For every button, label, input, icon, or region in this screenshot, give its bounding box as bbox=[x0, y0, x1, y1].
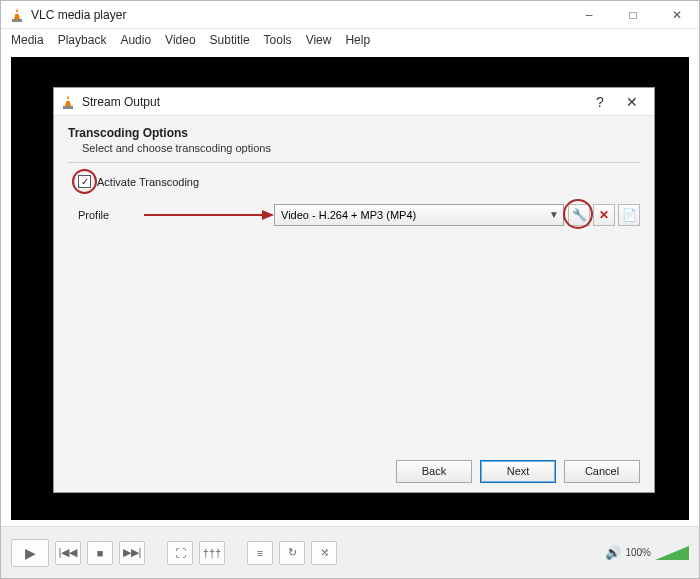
window-controls: – □ ✕ bbox=[567, 1, 699, 29]
dialog-titlebar: Stream Output ? ✕ bbox=[54, 88, 654, 116]
stop-button[interactable]: ■ bbox=[87, 541, 113, 565]
edit-profile-wrapper: 🔧 bbox=[568, 204, 590, 226]
section-subtitle: Select and choose transcoding options bbox=[82, 142, 640, 154]
divider bbox=[68, 162, 640, 163]
next-button[interactable]: ▶▶| bbox=[119, 541, 145, 565]
activate-transcoding-checkbox[interactable]: ✓ bbox=[78, 175, 91, 188]
speaker-icon[interactable]: 🔊 bbox=[605, 545, 621, 560]
menu-tools[interactable]: Tools bbox=[264, 33, 292, 47]
play-button[interactable]: ▶ bbox=[11, 539, 49, 567]
svg-rect-2 bbox=[12, 19, 22, 22]
profile-action-buttons: 🔧 ✕ 📄 bbox=[568, 204, 640, 226]
profile-row: Profile Video - H.264 + MP3 (MP4) ▼ bbox=[78, 204, 640, 226]
menu-subtitle[interactable]: Subtitle bbox=[210, 33, 250, 47]
playlist-button[interactable]: ≡ bbox=[247, 541, 273, 565]
previous-button[interactable]: |◀◀ bbox=[55, 541, 81, 565]
titlebar: VLC media player – □ ✕ bbox=[1, 1, 699, 29]
wrench-icon: 🔧 bbox=[572, 208, 587, 222]
annotation-arrow bbox=[144, 208, 274, 222]
loop-button[interactable]: ↻ bbox=[279, 541, 305, 565]
delete-profile-button[interactable]: ✕ bbox=[593, 204, 615, 226]
dialog-body: Transcoding Options Select and choose tr… bbox=[54, 116, 654, 450]
new-profile-button[interactable]: 📄 bbox=[618, 204, 640, 226]
stream-output-dialog: Stream Output ? ✕ Transcoding Options Se… bbox=[53, 87, 655, 493]
vlc-cone-icon bbox=[60, 94, 76, 110]
svg-rect-5 bbox=[63, 106, 73, 109]
menu-playback[interactable]: Playback bbox=[58, 33, 107, 47]
new-icon: 📄 bbox=[622, 208, 637, 222]
menubar: Media Playback Audio Video Subtitle Tool… bbox=[1, 29, 699, 51]
vlc-cone-icon bbox=[9, 7, 25, 23]
profile-label: Profile bbox=[78, 209, 144, 221]
dialog-help-button[interactable]: ? bbox=[584, 90, 616, 114]
menu-view[interactable]: View bbox=[306, 33, 332, 47]
menu-help[interactable]: Help bbox=[345, 33, 370, 47]
chevron-down-icon: ▼ bbox=[549, 209, 559, 220]
back-button[interactable]: Back bbox=[396, 460, 472, 483]
dialog-footer: Back Next Cancel bbox=[54, 450, 654, 492]
volume-slider[interactable] bbox=[655, 546, 689, 560]
next-button[interactable]: Next bbox=[480, 460, 556, 483]
maximize-button[interactable]: □ bbox=[611, 1, 655, 29]
volume-percent: 100% bbox=[625, 547, 651, 558]
shuffle-button[interactable]: ⤨ bbox=[311, 541, 337, 565]
app-window: VLC media player – □ ✕ Media Playback Au… bbox=[0, 0, 700, 579]
profile-value: Video - H.264 + MP3 (MP4) bbox=[281, 209, 416, 221]
svg-rect-4 bbox=[65, 99, 71, 101]
activate-transcoding-row: ✓ Activate Transcoding bbox=[78, 175, 640, 188]
dialog-close-button[interactable]: ✕ bbox=[616, 90, 648, 114]
delete-icon: ✕ bbox=[599, 208, 609, 222]
player-controls: ▶ |◀◀ ■ ▶▶| ⛶ ††† ≡ ↻ ⤨ 🔊 100% bbox=[1, 526, 699, 578]
section-title: Transcoding Options bbox=[68, 126, 640, 140]
volume-area: 🔊 100% bbox=[605, 545, 689, 560]
minimize-button[interactable]: – bbox=[567, 1, 611, 29]
menu-audio[interactable]: Audio bbox=[120, 33, 151, 47]
menu-media[interactable]: Media bbox=[11, 33, 44, 47]
close-button[interactable]: ✕ bbox=[655, 1, 699, 29]
app-title: VLC media player bbox=[31, 8, 567, 22]
cancel-button[interactable]: Cancel bbox=[564, 460, 640, 483]
svg-rect-1 bbox=[14, 12, 20, 14]
edit-profile-button[interactable]: 🔧 bbox=[568, 204, 590, 226]
dialog-title: Stream Output bbox=[82, 95, 584, 109]
extended-settings-button[interactable]: ††† bbox=[199, 541, 225, 565]
activate-transcoding-label: Activate Transcoding bbox=[97, 176, 199, 188]
profile-dropdown[interactable]: Video - H.264 + MP3 (MP4) ▼ bbox=[274, 204, 564, 226]
fullscreen-button[interactable]: ⛶ bbox=[167, 541, 193, 565]
svg-marker-7 bbox=[262, 210, 274, 220]
menu-video[interactable]: Video bbox=[165, 33, 195, 47]
